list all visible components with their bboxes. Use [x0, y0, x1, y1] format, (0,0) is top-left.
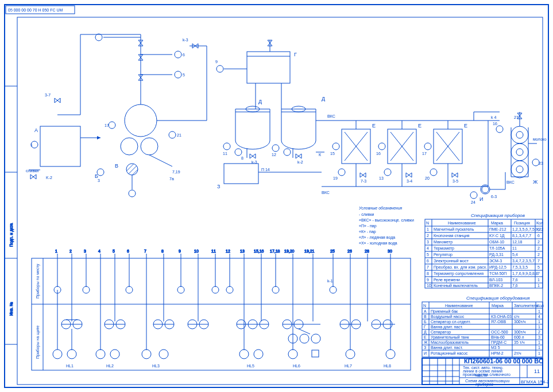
svg-text:600 л: 600 л	[514, 335, 524, 339]
svg-text:7,6: 7,6	[512, 278, 518, 282]
svg-text:масла: масла	[475, 373, 487, 377]
svg-text:9: 9	[215, 60, 218, 64]
svg-text:k-2: k-2	[297, 160, 303, 164]
svg-text:3: 3	[98, 178, 100, 183]
svg-text:Манометр: Манометр	[434, 240, 453, 244]
svg-text:с/ч: с/ч	[514, 315, 519, 319]
svg-text:Кол: Кол	[537, 304, 544, 308]
svg-text:3,4,7,2,3,5,7: 3,4,7,2,3,5,7	[512, 259, 535, 263]
svg-text:7: 7	[427, 265, 429, 269]
tag-slivki: сливки	[26, 169, 38, 173]
svg-text:ИРД-12,5: ИРД-12,5	[489, 265, 506, 270]
svg-text:1: 1	[538, 340, 540, 344]
svg-text:2: 2	[538, 330, 540, 334]
svg-text:1,7,6,9,9,0,8,8: 1,7,6,9,9,0,8,8	[512, 271, 538, 275]
svg-text:HL8: HL8	[384, 364, 391, 368]
svg-text:Сепаратор: Сепаратор	[431, 330, 451, 335]
svg-text:Конечный выключатель: Конечный выключатель	[434, 284, 478, 288]
svg-text:Приемный бак: Приемный бак	[431, 309, 458, 314]
svg-text:Е: Е	[418, 123, 421, 129]
svg-text:ТСМ-50П: ТСМ-50П	[489, 271, 506, 275]
svg-text:«Л» - ледяная вода: «Л» - ледяная вода	[359, 235, 395, 240]
svg-point-269	[300, 334, 309, 343]
unit-E2: Е 16 13 3-4	[376, 121, 421, 187]
drawing-number: 05 000 00 00 70 H 050 FC UM	[8, 8, 63, 12]
svg-point-18	[141, 138, 158, 155]
svg-text:2: 2	[537, 253, 540, 257]
svg-text:1: 1	[537, 284, 540, 288]
svg-text:HL7: HL7	[345, 364, 352, 368]
svg-text:300т/ч: 300т/ч	[514, 330, 526, 334]
svg-text:1: 1	[538, 325, 540, 329]
svg-text:Электронный мост: Электронный мост	[434, 259, 469, 263]
svg-text:K-2: K-2	[46, 176, 52, 180]
svg-text:ПРДМ-С: ПРДМ-С	[491, 340, 506, 345]
svg-text:ВПКК-2: ВПКК-2	[489, 284, 503, 288]
svg-text:24: 24	[471, 200, 475, 204]
svg-point-281	[386, 350, 395, 359]
svg-text:ТЛ-105А: ТЛ-105А	[489, 246, 505, 250]
svg-text:A: A	[424, 309, 427, 313]
svg-text:21: 21	[177, 133, 181, 137]
svg-rect-2	[5, 5, 548, 387]
svg-text:ВНа-60: ВНа-60	[491, 335, 505, 339]
svg-text:7,6: 7,6	[512, 284, 518, 288]
svg-text:3: 3	[84, 249, 86, 253]
instrument-table: Спецификация приборов N Наименование Мар…	[425, 213, 544, 288]
svg-text:k-1: k-1	[327, 279, 333, 283]
unit-E3: Е 17 20 3-5	[422, 121, 467, 187]
svg-text:Приборы по  месту: Приборы по месту	[36, 263, 40, 298]
svg-text:Ванна длит. паст.: Ванна длит. паст.	[431, 325, 463, 329]
svg-text:17,18: 17,18	[270, 249, 280, 253]
svg-text:Е: Е	[372, 123, 376, 129]
svg-text:Наименование: Наименование	[445, 304, 473, 308]
svg-text:Магнитный пускатель: Магнитный пускатель	[434, 227, 474, 232]
svg-line-38	[149, 155, 172, 166]
svg-text:28: 28	[365, 249, 369, 253]
svg-text:16: 16	[493, 122, 497, 126]
svg-text:300т/ч: 300т/ч	[514, 320, 526, 324]
svg-text:4: 4	[538, 315, 540, 319]
svg-text:10: 10	[427, 284, 431, 288]
svg-point-272	[288, 350, 297, 359]
svg-text:7: 7	[144, 249, 146, 253]
svg-text:5,4: 5,4	[512, 253, 518, 257]
svg-text:Приборы  на  щите: Приборы на щите	[36, 325, 40, 359]
svg-text:6: 6	[537, 234, 540, 238]
svg-text:7а: 7а	[169, 177, 174, 181]
svg-text:N: N	[426, 221, 429, 225]
svg-point-270	[311, 334, 320, 343]
svg-text:25: 25	[330, 249, 335, 253]
svg-text:1: 1	[427, 227, 429, 231]
drawing-code: КП260601-06 00 00 000 ВО	[464, 358, 544, 364]
svg-text:Марка: Марка	[492, 304, 504, 308]
svg-text:Кнопочная станция: Кнопочная станция	[434, 234, 470, 238]
svg-text:Условные обозначения: Условные обозначения	[358, 206, 403, 210]
svg-text:Маслообразователь: Маслообразователь	[431, 340, 469, 345]
svg-text:Термометр: Термометр	[434, 246, 454, 251]
svg-text:10: 10	[194, 249, 199, 253]
svg-text:17: 17	[422, 152, 427, 156]
svg-text:1: 1	[537, 278, 540, 282]
svg-text:2: 2	[537, 240, 540, 244]
label-V: В	[115, 163, 118, 169]
unit-Zh: Ж молоко 23 16 k 4 27	[491, 112, 547, 185]
svg-text:1: 1	[30, 143, 33, 147]
svg-point-264	[254, 350, 263, 359]
svg-text:1: 1	[538, 346, 540, 350]
svg-text:12: 12	[272, 153, 276, 157]
svg-text:Спецификация приборов: Спецификация приборов	[471, 213, 525, 218]
svg-text:Марка: Марка	[491, 221, 503, 226]
svg-text:8: 8	[161, 249, 164, 253]
svg-text:HL2: HL2	[106, 364, 114, 368]
svg-text:ВКС: ВКС	[506, 180, 515, 184]
svg-text:8: 8	[427, 271, 429, 275]
svg-text:5: 5	[427, 253, 429, 257]
label-A: A	[34, 127, 38, 133]
svg-text:З: З	[217, 184, 220, 189]
svg-text:7: 7	[537, 271, 540, 275]
title-block: КП260601-06 00 00 000 ВО Тех. сист. авто…	[422, 358, 550, 387]
svg-point-245	[53, 350, 62, 359]
svg-text:19,21: 19,21	[304, 249, 315, 253]
equipment-table: Спецификация оборудования N Наименование…	[422, 296, 544, 357]
